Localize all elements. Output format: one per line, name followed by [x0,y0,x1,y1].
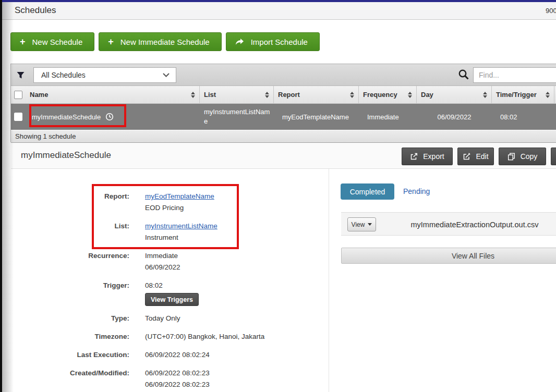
column-header-list[interactable]: List [200,86,274,103]
schedules-page: Schedules 900 + New Schedule + New Immed… [0,0,556,392]
filter-selected-value: All Schedules [41,71,86,79]
row-day-cell: 06/09/2022 [417,104,492,130]
header-right-text: 900 [546,7,556,15]
table-header-row: Name List Report Frequency Day Time/Trig… [11,86,556,104]
page-title: Schedules [15,5,56,16]
clock-icon [105,113,114,121]
sort-icon [191,92,195,98]
field-report: Report: myEodTemplateName EOD Pricing [0,191,214,214]
field-timezone: Timezone: (UTC+07:00) Bangkok, Hanoi, Ja… [0,331,264,342]
column-header-day[interactable]: Day [417,86,492,103]
sort-icon [350,92,354,98]
import-arrow-icon [235,39,244,45]
caret-down-icon [368,223,372,226]
row-name-text: myImmediateSchedule [32,113,101,121]
clipped-action-button[interactable] [551,148,556,165]
schedule-detail-header: myImmediateSchedule Export Edit Copy [11,143,556,169]
field-list: List: myInstrumentListName Instrument [0,220,217,243]
filter-funnel-icon[interactable] [16,69,30,81]
row-report-cell: myEodTemplateName [274,104,359,130]
row-name-cell: myImmediateSchedule [26,104,200,130]
report-link[interactable]: myEodTemplateName [145,192,214,200]
edit-pencil-icon [463,153,470,161]
report-type-text: EOD Pricing [145,202,214,214]
view-all-files-button[interactable]: View All Files [341,248,556,264]
schedule-actions-toolbar: + New Schedule + New Immediate Schedule … [10,32,320,51]
row-checkbox[interactable] [14,113,22,121]
window-left-edge [0,0,2,392]
column-header-report[interactable]: Report [274,86,359,103]
field-last-execution: Last Execution: 06/09/2022 08:02:24 [0,349,210,361]
trigger-time: 08:02 [145,280,199,291]
detail-title: myImmediateSchedule [21,150,111,161]
new-immediate-schedule-label: New Immediate Schedule [120,38,210,46]
field-type-label: Type: [0,313,129,324]
field-trigger: Trigger: 08:02 View Triggers [0,280,199,306]
find-input[interactable] [473,67,556,83]
sort-icon [265,92,269,98]
row-time-trigger-cell: 08:02 [492,104,554,130]
app-header: Schedules 900 [2,2,556,20]
modified-line: 06/09/2022 08:02:23 [145,379,210,390]
plus-icon: + [20,37,26,46]
output-file-name: myImmediateExtractionOutput.out.csv [376,213,556,236]
recurrence-line2: 06/09/2022 [145,262,180,273]
sort-icon [546,92,550,98]
export-label: Export [423,152,444,161]
column-header-time-trigger[interactable]: Time/Trigger [492,86,554,103]
field-created-modified: Created/Modified: 06/09/2022 08:02:23 06… [0,368,210,390]
copy-icon [507,153,515,161]
schedules-table: All Schedules Name List [10,64,556,142]
list-link[interactable]: myInstrumentListName [145,222,217,230]
chevron-down-icon [163,73,170,77]
view-triggers-button[interactable]: View Triggers [145,293,199,306]
tab-pending[interactable]: Pending [403,183,430,200]
sort-icon [483,92,487,98]
column-header-name[interactable]: Name [26,86,200,103]
row-frequency-cell: Immediate [359,104,417,130]
created-line: 06/09/2022 08:02:23 [145,368,210,379]
sort-icon [408,92,412,98]
copy-label: Copy [521,152,538,161]
new-schedule-button[interactable]: + New Schedule [10,32,94,51]
new-schedule-label: New Schedule [32,38,83,46]
select-all-cell [11,86,26,103]
view-label: View [352,221,365,228]
detail-panel-divider [329,169,329,392]
import-schedule-label: Import Schedule [251,38,308,46]
recurrence-line1: Immediate [145,250,180,262]
table-summary: Showing 1 schedule [11,130,556,143]
table-filter-bar: All Schedules [11,64,556,86]
last-execution-value: 06/09/2022 08:02:24 [145,349,210,361]
new-immediate-schedule-button[interactable]: + New Immediate Schedule [99,32,221,51]
edit-label: Edit [476,152,488,161]
select-all-checkbox[interactable] [14,91,22,99]
plus-icon: + [108,37,114,46]
column-header-frequency[interactable]: Frequency [359,86,417,103]
field-list-label: List: [0,220,129,243]
tab-completed[interactable]: Completed [341,183,394,200]
field-trigger-label: Trigger: [0,280,129,306]
search-icon [458,69,469,80]
export-icon [410,153,418,161]
field-type: Type: Today Only [0,313,180,324]
copy-button[interactable]: Copy [499,148,546,165]
row-list-cell: myInstrumentListName [200,104,274,130]
schedule-filter-select[interactable]: All Schedules [33,67,176,83]
timezone-value: (UTC+07:00) Bangkok, Hanoi, Jakarta [145,331,264,342]
output-file-row: View myImmediateExtractionOutput.out.csv [341,212,556,236]
schedule-table-row[interactable]: myImmediateSchedule myInstrumentListName… [11,104,556,130]
field-created-modified-label: Created/Modified: [0,368,129,390]
top-accent-bar [0,0,556,2]
edit-button[interactable]: Edit [457,148,494,165]
field-timezone-label: Timezone: [0,331,129,342]
field-last-execution-label: Last Execution: [0,349,129,361]
import-schedule-button[interactable]: Import Schedule [226,32,320,51]
list-type-text: Instrument [145,232,217,243]
export-button[interactable]: Export [402,148,453,165]
type-value: Today Only [145,313,180,324]
field-recurrence: Recurrence: Immediate 06/09/2022 [0,250,180,273]
view-dropdown-button[interactable]: View [347,217,376,231]
field-report-label: Report: [0,191,129,214]
field-recurrence-label: Recurrence: [0,250,129,273]
